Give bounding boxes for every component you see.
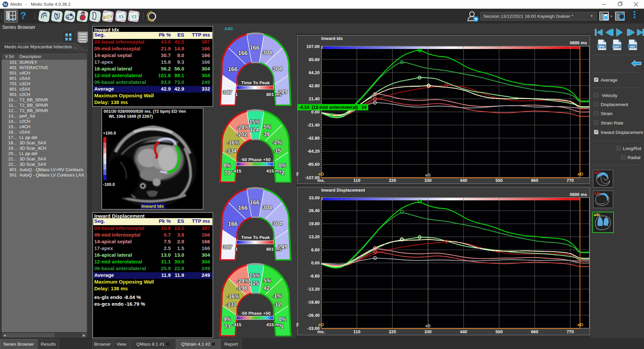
svg-text:770: 770 — [567, 178, 574, 183]
svg-text:550: 550 — [495, 178, 503, 183]
svg-text:Inward Idx: Inward Idx — [142, 204, 164, 209]
svg-text:WL 1064 1849 (0 2267): WL 1064 1849 (0 2267) — [109, 114, 153, 119]
svg-text:387: 387 — [223, 244, 232, 250]
svg-text:801 ms: 801 ms — [266, 92, 282, 97]
svg-text:0800 ms: 0800 ms — [570, 40, 587, 45]
svg-text:eD: eD — [578, 171, 583, 177]
svg-text:-202: -202 — [236, 132, 247, 137]
svg-text:801 ms: 801 ms — [266, 247, 282, 252]
svg-text:440: 440 — [460, 329, 467, 334]
svg-text:-415: -415 — [232, 322, 241, 327]
svg-text:125: 125 — [250, 281, 259, 286]
svg-text:Time To Peak: Time To Peak — [241, 80, 270, 85]
svg-text:166: 166 — [228, 221, 237, 227]
svg-text:304: 304 — [273, 220, 282, 227]
svg-text:-64.20: -64.20 — [307, 149, 320, 154]
svg-text:-21.40: -21.40 — [307, 122, 320, 128]
svg-text:85.60: 85.60 — [309, 57, 320, 62]
svg-text:166: 166 — [250, 45, 259, 51]
svg-text:-24%: -24% — [236, 124, 249, 130]
svg-text:415 ms: 415 ms — [266, 168, 282, 173]
svg-text:330: 330 — [424, 329, 432, 334]
svg-text:304: 304 — [263, 204, 272, 211]
svg-text:0.00: 0.00 — [311, 260, 320, 265]
svg-text:T2: T2 — [131, 14, 137, 20]
svg-text:304: 304 — [273, 66, 282, 72]
svg-text:6.60: 6.60 — [311, 247, 320, 252]
svg-text:+100.0: +100.0 — [103, 131, 116, 136]
svg-text:110: 110 — [354, 178, 361, 183]
svg-text:107.00: 107.00 — [306, 44, 320, 49]
svg-text:304: 304 — [263, 50, 272, 56]
svg-text:-415: -415 — [232, 168, 241, 173]
svg-text:70: 70 — [224, 170, 230, 176]
svg-text:387: 387 — [223, 89, 232, 96]
svg-text:0%: 0% — [278, 316, 286, 322]
svg-text:8%: 8% — [223, 163, 231, 168]
svg-text:-16%: -16% — [227, 140, 239, 146]
svg-text:166: 166 — [250, 199, 259, 206]
svg-text:-50 Phase +50: -50 Phase +50 — [240, 311, 271, 316]
svg-text:-50 Phase +50: -50 Phase +50 — [240, 157, 271, 162]
svg-text:19.80: 19.80 — [309, 221, 320, 226]
svg-text:M: M — [4, 2, 7, 6]
svg-text:220: 220 — [389, 178, 396, 183]
svg-text:550: 550 — [495, 329, 503, 334]
svg-text:-4.14 (12-mid anterolateral): -4.14 (12-mid anterolateral) 24 — [299, 105, 367, 110]
svg-text:110: 110 — [354, 329, 361, 334]
svg-text:15%: 15% — [249, 119, 260, 125]
svg-text:15%: 15% — [249, 273, 260, 279]
svg-text:eD: eD — [578, 322, 583, 327]
svg-text:9%: 9% — [223, 316, 231, 322]
svg-text:1: 1 — [235, 92, 238, 97]
svg-text:5%: 5% — [263, 124, 271, 130]
svg-text:-24%: -24% — [236, 278, 249, 284]
svg-text:26.40: 26.40 — [309, 208, 320, 213]
svg-text:770: 770 — [567, 329, 574, 334]
svg-text:Time To Peak: Time To Peak — [241, 235, 270, 240]
svg-text:-12: -12 — [273, 302, 281, 307]
svg-text:eS: eS — [425, 172, 431, 178]
svg-text:-16%: -16% — [227, 294, 239, 299]
svg-text:eS: eS — [425, 323, 431, 328]
svg-text:-6.60: -6.60 — [310, 273, 320, 279]
svg-text:124: 124 — [250, 127, 259, 133]
svg-text:-134: -134 — [226, 148, 236, 154]
svg-text:330: 330 — [424, 178, 432, 183]
svg-text:73: 73 — [224, 324, 230, 330]
svg-text:660: 660 — [531, 329, 538, 334]
svg-text:%: % — [297, 172, 300, 176]
svg-text:0800 ms: 0800 ms — [570, 192, 587, 197]
svg-text:-85.60: -85.60 — [307, 162, 320, 167]
svg-text:-131: -131 — [226, 302, 236, 307]
svg-text:39: 39 — [264, 132, 270, 137]
svg-text:-198: -198 — [236, 285, 247, 291]
svg-text:-13.20: -13.20 — [307, 287, 320, 292]
svg-text:JPG: JPG — [598, 45, 604, 48]
svg-text:0%: 0% — [278, 163, 286, 168]
svg-text:660: 660 — [531, 178, 538, 183]
svg-text:21.40: 21.40 — [309, 96, 320, 101]
svg-text:%: % — [297, 323, 300, 327]
svg-text:-42.80: -42.80 — [307, 136, 320, 141]
svg-text:-1%: -1% — [272, 293, 282, 299]
svg-text:64.20: 64.20 — [309, 70, 320, 75]
svg-text:AVI: AVI — [630, 45, 635, 48]
svg-text:1: 1 — [235, 247, 238, 252]
svg-text:-15: -15 — [273, 148, 281, 154]
svg-text:-100.0: -100.0 — [103, 182, 115, 187]
svg-text:440: 440 — [460, 178, 467, 183]
svg-text:166: 166 — [228, 66, 237, 72]
svg-text:-26.40: -26.40 — [307, 313, 320, 318]
svg-text:33.00: 33.00 — [309, 195, 320, 200]
svg-text:42: 42 — [264, 285, 270, 291]
svg-text:ms.: ms. — [317, 329, 325, 334]
svg-text:-19.80: -19.80 — [307, 300, 320, 305]
svg-text:166: 166 — [238, 50, 248, 56]
svg-text:-2%: -2% — [272, 140, 282, 145]
svg-text:T1: T1 — [118, 14, 124, 20]
svg-text:415 ms: 415 ms — [266, 322, 282, 327]
svg-text:42.80: 42.80 — [309, 83, 320, 88]
svg-text:166: 166 — [238, 205, 248, 211]
svg-text:DAT: DAT — [613, 45, 620, 48]
